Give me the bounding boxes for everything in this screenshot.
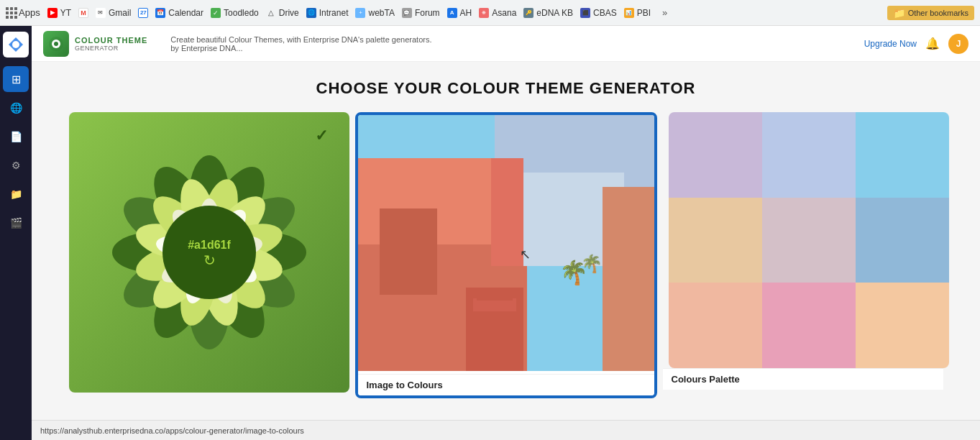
header-tagline-2: by Enterprise DNA... [170,44,431,52]
cbas-icon: ⬛ [580,8,590,18]
other-bookmarks-label: Other bookmarks [908,9,968,17]
palette-cell-4 [669,198,762,283]
architecture-image: 🌴 🌴 ↖ [358,115,654,371]
status-url: https://analysthub.enterprisedna.co/apps… [40,426,304,435]
bookmark-toodledo[interactable]: ✓ Toodledo [211,8,259,18]
sidebar-item-document[interactable]: 📄 [3,124,29,150]
flower-svg: #a1d61f ↻ [94,137,324,367]
ah-label: AH [460,8,472,18]
cards-row: #a1d61f ↻ ✓ [53,112,959,398]
palette-cell-9 [856,283,949,368]
gmail-label: Gmail [109,8,131,18]
webta-icon: + [355,8,365,18]
cal-27-icon: 27 [138,8,148,18]
sidebar: ⊞ 🌐 📄 ⚙ 📁 🎬 [0,26,32,440]
intranet-label: Intranet [319,8,349,18]
logo-badge [43,31,69,57]
edna-icon: 🔑 [523,8,533,18]
sidebar-item-settings[interactable]: ⚙ [3,152,29,178]
card-palette-wrapper[interactable]: Colours Palette [663,112,943,398]
upgrade-button[interactable]: Upgrade Now [864,39,917,49]
flower-container: #a1d61f ↻ ✓ [69,112,349,393]
bookmark-cbas[interactable]: ⬛ CBAS [580,8,617,18]
forum-label: Forum [415,8,440,18]
cbas-label: CBAS [593,8,617,18]
logo-subtitle: GENERATOR [75,45,147,52]
bookmark-calendar-27[interactable]: 27 [138,8,148,18]
settings-icon: ⚙ [12,160,21,171]
yt-label: YT [60,8,71,18]
svg-text:#a1d61f: #a1d61f [188,239,231,251]
svg-text:↻: ↻ [203,252,215,268]
toodledo-label: Toodledo [224,8,259,18]
pbi-label: PBI [637,8,651,18]
status-bar: https://analysthub.enterprisedna.co/apps… [32,420,980,440]
app-wrapper: ⊞ 🌐 📄 ⚙ 📁 🎬 [0,26,980,440]
logo-title: COLOUR THEME [75,36,147,45]
sidebar-item-active[interactable]: ⊞ [3,66,29,92]
bookmark-yt[interactable]: ▶ YT [47,8,71,18]
sidebar-item-folder[interactable]: 📁 [3,181,29,207]
palette-cell-7 [669,283,762,368]
card-image-selected[interactable]: 🌴 🌴 ↖ Image to Colours [355,112,657,398]
gmail-icon: ✉ [96,8,106,18]
apps-label: Apps [19,7,40,18]
palette-cell-2 [762,112,856,198]
bookmark-intranet[interactable]: 🌐 Intranet [306,8,349,18]
svg-rect-58 [603,187,654,371]
video-icon: 🎬 [10,217,22,229]
folder-icon: 📁 [10,188,22,200]
pbi-icon: 📊 [624,8,634,18]
bookmark-pbi[interactable]: 📊 PBI [624,8,651,18]
logo-area: COLOUR THEME GENERATOR [43,31,147,57]
sidebar-logo[interactable] [3,32,29,58]
document-icon: 📄 [10,131,22,142]
bookmark-gmail[interactable]: ✉ Gmail [96,8,131,18]
bookmark-asana[interactable]: ❋ Asana [479,8,516,18]
bookmark-calendar[interactable]: 📅 Calendar [155,8,203,18]
card-palette-caption-text: Colours Palette [672,374,740,385]
browser-bar: Apps ▶ YT M ✉ Gmail 27 📅 Calendar ✓ Tood… [0,0,980,26]
svg-rect-47 [380,208,437,295]
bookmark-edna[interactable]: 🔑 eDNA KB [523,8,573,18]
flower-checkmark: ✓ [315,127,328,145]
svg-text:↖: ↖ [520,247,531,262]
other-bookmarks[interactable]: 📁 Other bookmarks [887,6,974,20]
apps-grid-icon [6,7,16,19]
sidebar-item-globe[interactable]: 🌐 [3,95,29,121]
more-bookmarks-button[interactable]: » [658,6,672,19]
calendar-label: Calendar [168,8,203,18]
header-right: Upgrade Now 🔔 J [864,34,968,54]
card-image-caption-text: Image to Colours [367,380,443,390]
sidebar-item-video[interactable]: 🎬 [3,210,29,236]
svg-rect-55 [477,289,513,301]
drive-icon: △ [266,8,276,18]
header-tagline-1: Create beautiful Colour Themes, with Ent… [170,35,431,44]
apps-button[interactable]: Apps [6,7,40,19]
bookmark-forum[interactable]: 💬 Forum [402,8,440,18]
header-tagline-area: Create beautiful Colour Themes, with Ent… [165,35,431,52]
page-area: CHOOSE YOUR COLOUR THEME GENERATOR [32,62,980,440]
svg-point-4 [54,42,58,46]
grid-icon: ⊞ [12,73,21,86]
bookmark-webta[interactable]: + webTA [355,8,394,18]
svg-point-1 [12,41,19,48]
palette-cell-5 [762,198,856,283]
bookmark-gmail-m[interactable]: M [78,8,88,18]
card-image-inner: 🌴 🌴 ↖ [358,115,654,374]
bookmark-ah[interactable]: A AH [447,8,472,18]
user-avatar[interactable]: J [948,34,968,54]
card-flower[interactable]: #a1d61f ↻ ✓ [69,112,349,393]
main-content: COLOUR THEME GENERATOR Create beautiful … [32,26,980,440]
ah-icon: A [447,8,457,18]
page-title: CHOOSE YOUR COLOUR THEME GENERATOR [316,79,696,98]
palette-cell-6 [856,198,949,283]
palette-cell-1 [669,112,762,198]
card-palette [669,112,949,368]
logo-text: COLOUR THEME GENERATOR [75,36,147,52]
notification-icon[interactable]: 🔔 [925,37,940,50]
asana-icon: ❋ [479,8,489,18]
bookmark-drive[interactable]: △ Drive [266,8,299,18]
svg-text:🌴: 🌴 [581,253,603,274]
toodledo-icon: ✓ [211,8,221,18]
